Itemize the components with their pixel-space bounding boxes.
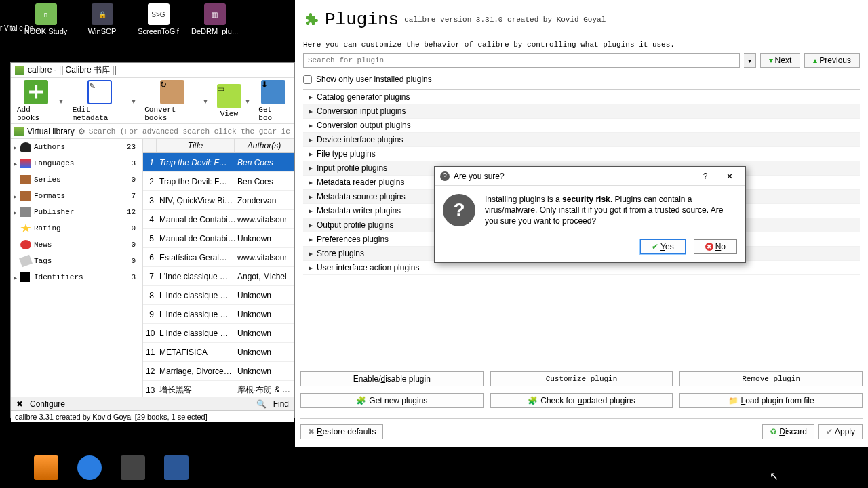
question-icon: ? [440,171,450,181]
table-row[interactable]: 6Estatística Geral…www.vitalsour [143,248,294,267]
search-icon: 🔍 [256,399,267,409]
add-books-dropdown[interactable]: ▾ [58,87,64,115]
table-row[interactable]: 2Trap the Devil: F…Ben Coes [143,172,294,191]
plugin-category[interactable]: ▸Conversion input plugins [303,104,860,119]
desktop-icon-winscp[interactable]: 🔒WinSCP [80,3,124,35]
plugin-category[interactable]: ▸User interface action plugins [303,261,860,275]
sidebar-item-authors[interactable]: ▸Authors23 [11,139,142,155]
plugin-category[interactable]: ▸Conversion output plugins [303,119,860,133]
calibre-window: calibre - || Calibre 书库 || Add books ▾ ✎… [10,62,295,418]
convert-books-button[interactable]: ↻Convert books [142,79,202,123]
status-bar: calibre 3.31 created by Kovid Goyal [29 … [11,410,294,422]
apply-button[interactable]: ✔Apply [818,424,863,439]
plugins-subtitle: calibre version 3.31.0 created by Kovid … [404,16,606,24]
question-mark-icon: ? [443,194,475,226]
confirm-modal: ? Are you sure? ? ✕ ? Installing plugins… [434,166,746,263]
calibre-titlebar[interactable]: calibre - || Calibre 书库 || [11,63,294,78]
sidebar-item-formats[interactable]: ▸Formats7 [11,188,142,204]
table-header: TitleAuthor(s) [143,139,294,153]
sidebar-item-rating[interactable]: Rating0 [11,220,142,237]
view-button[interactable]: ▭View [214,83,244,119]
modal-close-button[interactable]: ✕ [719,171,740,181]
taskbar-app-1[interactable] [34,455,58,480]
check-updates-button[interactable]: 🧩Check for updated plugins [490,393,673,408]
plugin-category[interactable]: ▸Catalog generator plugins [303,90,860,104]
calibre-toolbar: Add books ▾ ✎Edit metadata ▾ ↻Convert bo… [11,78,294,124]
virtual-library-button[interactable]: Virtual library [27,127,75,136]
gear-icon: ✖ [16,399,23,409]
desktop-icon-nook[interactable]: nNOOK Study [24,3,68,35]
enable-disable-button[interactable]: Enable/disable plugin [300,371,484,386]
restore-defaults-button[interactable]: ✖Restore defaults [300,424,383,439]
plugin-category[interactable]: ▸Device interface plugins [303,133,860,147]
find-button[interactable]: Find [273,399,289,409]
taskbar-edge[interactable] [77,455,102,480]
calibre-title: calibre - || Calibre 书库 || [28,64,117,76]
previous-button[interactable]: ▴Previous [804,53,860,68]
table-row[interactable]: 5Manual de Contabi…Unknown [143,229,294,248]
sidebar-item-languages[interactable]: ▸Languages3 [11,155,142,171]
table-row[interactable]: 9L Inde classique …Unknown [143,305,294,324]
desktop-icon-dedrm[interactable]: ▥DeDRM_plu... [193,3,237,35]
tag-browser-sidebar: ▸Authors23 ▸Languages3 Series0 ▸Formats7… [11,139,143,396]
sidebar-item-tags[interactable]: Tags0 [11,253,142,269]
remove-plugin-button[interactable]: Remove plugin [679,371,863,386]
plugins-title: Plugins [325,9,399,30]
sidebar-item-news[interactable]: News0 [11,237,142,253]
no-button[interactable]: ✖No [694,239,737,254]
table-row[interactable]: 1Trap the Devil: F…Ben Coes [143,153,294,172]
modal-titlebar[interactable]: ? Are you sure? ? ✕ [435,167,745,186]
taskbar-sublime[interactable] [121,455,145,480]
table-row[interactable]: 13增长黑客摩根·布朗 & … [143,381,294,396]
show-only-user-checkbox[interactable] [303,75,312,84]
puzzle-icon [303,12,319,28]
search-input[interactable] [89,127,291,136]
taskbar-word[interactable] [164,455,189,480]
plugin-search-dropdown[interactable]: ▾ [744,53,756,68]
table-row[interactable]: 8L Inde classique …Unknown [143,286,294,305]
modal-message: Installing plugins is a security risk. P… [485,194,737,227]
table-row[interactable]: 12Marriage, Divorce…Unknown [143,362,294,381]
desktop-icon-screentogif[interactable]: S>GScreenToGif [136,3,180,35]
modal-help-button[interactable]: ? [695,171,715,181]
table-row[interactable]: 11METAFISICAUnknown [143,343,294,362]
bottom-bar: ✖ Configure 🔍 Find [11,396,294,410]
plugin-search-input[interactable] [303,53,740,68]
book-table: TitleAuthor(s) 1Trap the Devil: F…Ben Co… [143,139,294,396]
get-books-button[interactable]: ⬇Get boo [256,79,291,123]
sidebar-item-series[interactable]: Series0 [11,171,142,188]
configure-button[interactable]: Configure [30,399,65,409]
plugins-desc: Here you can customize the behavior of c… [303,41,860,49]
sidebar-item-publisher[interactable]: ▸Publisher12 [11,204,142,220]
taskbar-icons [34,455,189,480]
desktop-icons: nNOOK Study 🔒WinSCP S>GScreenToGif ▥DeDR… [24,3,237,35]
calibre-search-bar: Virtual library ⚙ [11,124,294,139]
next-button[interactable]: ▾Next [760,53,801,68]
modal-title-text: Are you sure? [454,171,505,181]
plugin-actions: Enable/disable plugin Customize plugin R… [300,371,863,408]
load-from-file-button[interactable]: 📁Load plugin from file [679,393,863,408]
library-icon [14,127,24,136]
table-row[interactable]: 4Manual de Contabi…www.vitalsour [143,210,294,229]
calibre-icon [15,66,24,75]
customize-plugin-button[interactable]: Customize plugin [490,371,673,386]
sidebar-item-identifiers[interactable]: ▸Identifiers3 [11,269,142,285]
view-dropdown[interactable]: ▾ [244,87,250,115]
edit-metadata-dropdown[interactable]: ▾ [130,87,136,115]
mouse-cursor: ↖ [770,470,778,483]
discard-button[interactable]: ♻Discard [762,424,814,439]
table-row[interactable]: 7L'Inde classique …Angot, Michel [143,267,294,286]
add-books-button[interactable]: Add books [14,79,58,123]
show-only-label: Show only user installed plugins [316,75,432,84]
get-new-plugins-button[interactable]: 🧩Get new plugins [300,393,484,408]
table-row[interactable]: 10L Inde classique …Unknown [143,324,294,343]
yes-button[interactable]: ✔Yes [640,239,686,254]
table-row[interactable]: 3NIV, QuickView Bi…Zondervan [143,191,294,210]
convert-books-dropdown[interactable]: ▾ [202,87,208,115]
edit-metadata-button[interactable]: ✎Edit metadata [70,79,130,123]
plugin-category[interactable]: ▸File type plugins [303,147,860,161]
